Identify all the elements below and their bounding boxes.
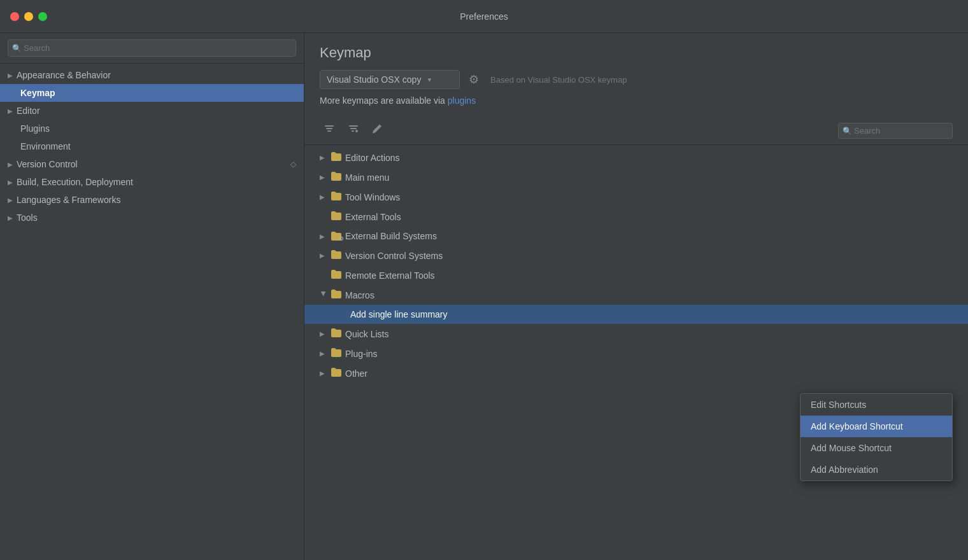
sidebar-item-label: Editor bbox=[17, 106, 40, 116]
tree-item-external-tools[interactable]: ▶ External Tools bbox=[304, 207, 968, 227]
svg-point-6 bbox=[355, 130, 358, 132]
main-content: 🔍 ▶ Appearance & Behavior Keymap ▶ Edito… bbox=[0, 33, 968, 560]
panel-header: Keymap Visual Studio OSX copy ▼ ⚙ Based … bbox=[304, 33, 968, 117]
maximize-button[interactable] bbox=[38, 12, 47, 21]
vcs-icon: ◇ bbox=[290, 160, 296, 169]
svg-rect-3 bbox=[349, 125, 358, 127]
arrow-icon: ▶ bbox=[8, 197, 13, 204]
close-button[interactable] bbox=[10, 12, 19, 21]
tree-item-plug-ins[interactable]: ▶ Plug-ins bbox=[304, 344, 968, 363]
gear-button[interactable]: ⚙ bbox=[466, 70, 481, 89]
right-panel: Keymap Visual Studio OSX copy ▼ ⚙ Based … bbox=[304, 33, 968, 560]
tree-item-macros[interactable]: ▶ Macros bbox=[304, 285, 968, 305]
filter-assigned-icon bbox=[348, 123, 359, 135]
sidebar-item-label: Keymap bbox=[20, 88, 55, 98]
folder-icon bbox=[331, 250, 341, 261]
arrow-icon: ▶ bbox=[8, 161, 13, 168]
tree-item-label: Main menu bbox=[345, 172, 389, 183]
folder-icon bbox=[331, 368, 341, 379]
sidebar: 🔍 ▶ Appearance & Behavior Keymap ▶ Edito… bbox=[0, 33, 304, 560]
panel-title: Keymap bbox=[320, 45, 953, 61]
filter-btn-2[interactable] bbox=[344, 121, 363, 141]
tree-item-label: Plug-ins bbox=[345, 349, 378, 359]
tree-item-add-single-line-summary[interactable]: Add single line summary bbox=[304, 305, 968, 324]
arrow-icon: ▶ bbox=[320, 193, 327, 200]
folder-icon bbox=[331, 172, 341, 183]
keymap-tree: ▶ Editor Actions ▶ Main menu ▶ bbox=[304, 145, 968, 560]
tree-item-label: Add single line summary bbox=[350, 309, 448, 319]
sidebar-item-plugins[interactable]: Plugins bbox=[0, 120, 304, 137]
arrow-down-icon: ▶ bbox=[320, 291, 327, 299]
minimize-button[interactable] bbox=[24, 12, 33, 21]
tree-item-quick-lists[interactable]: ▶ Quick Lists bbox=[304, 324, 968, 344]
sidebar-item-version-control[interactable]: ▶ Version Control ◇ bbox=[0, 155, 304, 173]
search-icon: 🔍 bbox=[843, 127, 852, 136]
search-icon: 🔍 bbox=[12, 44, 22, 53]
tree-item-version-control-systems[interactable]: ▶ Version Control Systems bbox=[304, 246, 968, 265]
sidebar-item-appearance-behavior[interactable]: ▶ Appearance & Behavior bbox=[0, 66, 304, 84]
title-bar: Preferences bbox=[0, 0, 968, 33]
arrow-icon: ▶ bbox=[320, 233, 327, 240]
tree-item-other[interactable]: ▶ Other bbox=[304, 363, 968, 383]
keymap-selector-row: Visual Studio OSX copy ▼ ⚙ Based on Visu… bbox=[320, 70, 953, 89]
folder-icon bbox=[331, 211, 341, 222]
tree-item-main-menu[interactable]: ▶ Main menu bbox=[304, 167, 968, 187]
tree-item-external-build-systems[interactable]: ▶ ⚙ External Build Systems bbox=[304, 227, 968, 246]
tree-item-remote-external-tools[interactable]: ▶ Remote External Tools bbox=[304, 265, 968, 285]
context-menu-item-add-keyboard-shortcut[interactable]: Add Keyboard Shortcut bbox=[801, 416, 952, 437]
sidebar-item-label: Languages & Frameworks bbox=[17, 195, 120, 205]
folder-icon bbox=[331, 270, 341, 281]
sidebar-nav: ▶ Appearance & Behavior Keymap ▶ Editor … bbox=[0, 64, 304, 560]
tree-item-label: Tool Windows bbox=[345, 192, 400, 202]
context-menu-item-add-abbreviation[interactable]: Add Abbreviation bbox=[801, 459, 952, 480]
tree-item-editor-actions[interactable]: ▶ Editor Actions bbox=[304, 148, 968, 167]
context-menu-item-add-mouse-shortcut[interactable]: Add Mouse Shortcut bbox=[801, 437, 952, 459]
sidebar-item-environment[interactable]: Environment bbox=[0, 137, 304, 155]
arrow-icon: ▶ bbox=[320, 370, 327, 377]
pencil-icon bbox=[372, 124, 382, 134]
sidebar-item-tools[interactable]: ▶ Tools bbox=[0, 209, 304, 227]
sidebar-item-label: Build, Execution, Deployment bbox=[17, 177, 133, 187]
svg-rect-0 bbox=[325, 125, 334, 127]
arrow-icon: ▶ bbox=[320, 252, 327, 259]
svg-rect-4 bbox=[350, 128, 357, 129]
arrow-icon: ▶ bbox=[8, 72, 13, 79]
tree-item-tool-windows[interactable]: ▶ Tool Windows bbox=[304, 187, 968, 207]
folder-icon bbox=[331, 328, 341, 339]
keymap-name: Visual Studio OSX copy bbox=[327, 74, 421, 85]
plugins-link-row: More keymaps are available via plugins bbox=[320, 95, 953, 106]
plugins-link[interactable]: plugins bbox=[448, 95, 476, 106]
keymap-search-input[interactable] bbox=[838, 123, 953, 139]
arrow-icon: ▶ bbox=[320, 330, 327, 337]
tree-item-label: Other bbox=[345, 368, 367, 379]
context-menu: Edit Shortcuts Add Keyboard Shortcut Add… bbox=[800, 393, 953, 481]
arrow-icon: ▶ bbox=[8, 214, 13, 221]
context-menu-item-edit-shortcuts[interactable]: Edit Shortcuts bbox=[801, 394, 952, 416]
filter-btn-1[interactable] bbox=[320, 121, 339, 141]
sidebar-search-input[interactable] bbox=[8, 39, 296, 57]
folder-icon bbox=[331, 290, 341, 300]
sidebar-item-build-execution[interactable]: ▶ Build, Execution, Deployment bbox=[0, 173, 304, 191]
dropdown-arrow-icon: ▼ bbox=[426, 76, 432, 83]
edit-btn[interactable] bbox=[368, 122, 386, 140]
tree-item-label: External Build Systems bbox=[345, 231, 437, 241]
tree-item-label: Version Control Systems bbox=[345, 251, 443, 261]
search-area: 🔍 bbox=[838, 123, 953, 139]
arrow-icon: ▶ bbox=[8, 179, 13, 186]
traffic-lights bbox=[10, 12, 47, 21]
keymap-dropdown[interactable]: Visual Studio OSX copy ▼ bbox=[320, 70, 460, 89]
plugins-text: More keymaps are available via bbox=[320, 95, 448, 106]
sidebar-item-languages-frameworks[interactable]: ▶ Languages & Frameworks bbox=[0, 191, 304, 209]
filter-icon bbox=[324, 123, 335, 135]
tree-item-label: Editor Actions bbox=[345, 153, 400, 163]
keymap-toolbar: 🔍 bbox=[304, 117, 968, 145]
arrow-icon: ▶ bbox=[320, 154, 327, 161]
keymap-based-text: Based on Visual Studio OSX keymap bbox=[490, 75, 627, 85]
sidebar-search-area: 🔍 bbox=[0, 33, 304, 64]
svg-rect-1 bbox=[326, 128, 332, 129]
sidebar-item-keymap[interactable]: Keymap bbox=[0, 84, 304, 102]
sidebar-item-label: Tools bbox=[17, 213, 38, 223]
folder-gear-icon: ⚙ bbox=[331, 232, 341, 241]
tree-item-label: Macros bbox=[345, 290, 374, 300]
sidebar-item-editor[interactable]: ▶ Editor bbox=[0, 102, 304, 120]
